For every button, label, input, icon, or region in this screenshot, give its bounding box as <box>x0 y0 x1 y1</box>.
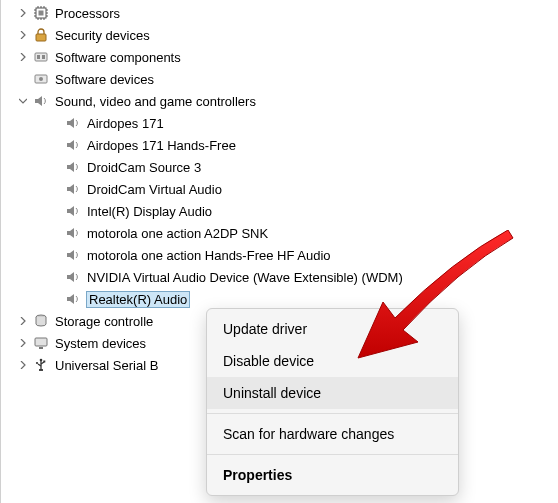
speaker-icon <box>65 247 81 263</box>
tree-label: Software devices <box>55 72 154 87</box>
tree-label: Storage controlle <box>55 314 153 329</box>
chevron-right-icon[interactable] <box>17 337 29 349</box>
svg-rect-22 <box>39 347 43 349</box>
speaker-icon <box>65 115 81 131</box>
menu-separator <box>207 454 458 455</box>
tree-label: motorola one action Hands-Free HF Audio <box>87 248 331 263</box>
svg-rect-17 <box>42 55 45 59</box>
tree-label: Sound, video and game controllers <box>55 94 256 109</box>
storage-icon <box>33 313 49 329</box>
chevron-right-icon[interactable] <box>17 29 29 41</box>
tree-node-software-devices[interactable]: Software devices <box>15 68 558 90</box>
tree-label: NVIDIA Virtual Audio Device (Wave Extens… <box>87 270 403 285</box>
tree-node-sound-video-game[interactable]: Sound, video and game controllers <box>15 90 558 112</box>
system-icon <box>33 335 49 351</box>
menu-item-update-driver[interactable]: Update driver <box>207 313 458 345</box>
menu-separator <box>207 413 458 414</box>
tree-node-device[interactable]: Intel(R) Display Audio <box>35 200 558 222</box>
tree-label: System devices <box>55 336 146 351</box>
menu-item-properties[interactable]: Properties <box>207 459 458 491</box>
speaker-icon <box>65 137 81 153</box>
tree-node-device[interactable]: DroidCam Source 3 <box>35 156 558 178</box>
speaker-icon <box>65 225 81 241</box>
tree-node-device[interactable]: NVIDIA Virtual Audio Device (Wave Extens… <box>35 266 558 288</box>
chevron-right-icon[interactable] <box>17 359 29 371</box>
svg-rect-16 <box>37 55 40 59</box>
tree-node-device[interactable]: Airdopes 171 Hands-Free <box>35 134 558 156</box>
svg-point-19 <box>39 77 43 81</box>
menu-item-scan-hardware[interactable]: Scan for hardware changes <box>207 418 458 450</box>
software-device-icon <box>33 71 49 87</box>
cpu-icon <box>33 5 49 21</box>
tree-label: Airdopes 171 Hands-Free <box>87 138 236 153</box>
software-component-icon <box>33 49 49 65</box>
tree-node-device[interactable]: DroidCam Virtual Audio <box>35 178 558 200</box>
speaker-icon <box>65 159 81 175</box>
svg-rect-15 <box>35 53 47 61</box>
tree-node-device[interactable]: motorola one action A2DP SNK <box>35 222 558 244</box>
chevron-down-icon[interactable] <box>17 95 29 107</box>
tree-node-processors[interactable]: Processors <box>15 2 558 24</box>
tree-children: Airdopes 171 Airdopes 171 Hands-Free Dro… <box>15 112 558 310</box>
usb-icon <box>33 357 49 373</box>
svg-rect-21 <box>35 338 47 346</box>
tree-node-software-components[interactable]: Software components <box>15 46 558 68</box>
speaker-icon <box>65 269 81 285</box>
svg-rect-14 <box>36 34 46 41</box>
tree-label: Intel(R) Display Audio <box>87 204 212 219</box>
menu-item-uninstall-device[interactable]: Uninstall device <box>207 377 458 409</box>
tree-label: Security devices <box>55 28 150 43</box>
chevron-right-icon[interactable] <box>17 51 29 63</box>
security-icon <box>33 27 49 43</box>
tree-label: DroidCam Source 3 <box>87 160 201 175</box>
speaker-icon <box>65 181 81 197</box>
chevron-right-icon[interactable] <box>17 315 29 327</box>
tree-label: Software components <box>55 50 181 65</box>
tree-node-security-devices[interactable]: Security devices <box>15 24 558 46</box>
tree-label: Universal Serial B <box>55 358 158 373</box>
tree-node-device-selected[interactable]: Realtek(R) Audio <box>35 288 558 310</box>
context-menu: Update driver Disable device Uninstall d… <box>206 308 459 496</box>
speaker-icon <box>65 203 81 219</box>
svg-rect-25 <box>43 361 45 363</box>
menu-item-disable-device[interactable]: Disable device <box>207 345 458 377</box>
speaker-icon <box>33 93 49 109</box>
svg-point-26 <box>36 362 38 364</box>
tree-node-device[interactable]: Airdopes 171 <box>35 112 558 134</box>
tree-label: Realtek(R) Audio <box>87 292 189 307</box>
tree-label: motorola one action A2DP SNK <box>87 226 268 241</box>
tree-node-device[interactable]: motorola one action Hands-Free HF Audio <box>35 244 558 266</box>
svg-rect-1 <box>39 11 44 16</box>
tree-label: Airdopes 171 <box>87 116 164 131</box>
tree-label: DroidCam Virtual Audio <box>87 182 222 197</box>
speaker-icon <box>65 291 81 307</box>
tree-label: Processors <box>55 6 120 21</box>
chevron-right-icon[interactable] <box>17 7 29 19</box>
